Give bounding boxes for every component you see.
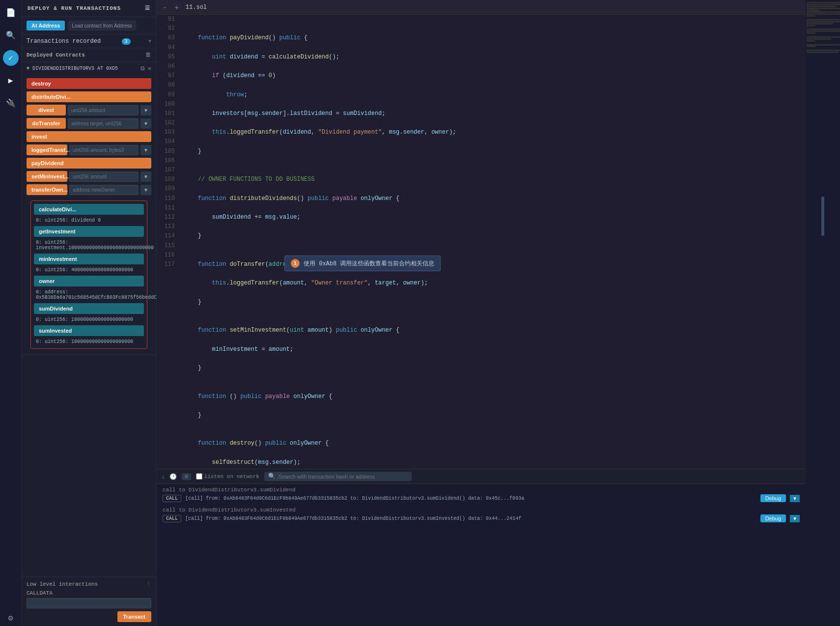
deploy-header: DEPLOY & RUN TRANSACTIONS ☰ — [22, 0, 156, 17]
mininvestment-button[interactable]: minInvestment — [34, 254, 144, 264]
line-numbers: 91929394 95969798 99100101102 1031041051… — [157, 15, 179, 469]
minimap-area: ████████████████████████████████████████… — [806, 0, 840, 626]
terminal-info-1: call to DividendDistributorv3.sumDividen… — [163, 487, 800, 493]
settings-icon-btn[interactable]: ⚙ — [3, 610, 19, 626]
contract-name-row: ▼ DIVIDENDDISTRIBUTORV3 AT 0XD5 ⧉ ✕ — [22, 62, 156, 75]
paydividend-button[interactable]: payDividend — [27, 158, 151, 169]
terminal-call-row-1: CALL [call] from: 0xAb8483F64d9C6d1EcF9b… — [163, 494, 800, 502]
debug-chevron-1[interactable]: ▼ — [790, 495, 800, 502]
read-section: calculateDivi... 0: uint256: dividend 0 … — [30, 200, 147, 349]
dotransfer-chevron[interactable]: ▼ — [140, 118, 151, 129]
deployed-contract-item: ▼ DIVIDENDDISTRIBUTORV3 AT 0XD5 ⧉ ✕ dest… — [22, 62, 156, 355]
transferown-chevron[interactable]: ▼ — [140, 185, 151, 195]
terminal-search-input[interactable] — [279, 474, 408, 480]
code-area: 91929394 95969798 99100101102 1031041051… — [157, 15, 806, 469]
listen-network-label[interactable]: listen on network — [196, 473, 259, 480]
destroy-button[interactable]: destroy — [27, 78, 151, 89]
transferown-row: transferOwn... ▼ — [27, 184, 151, 195]
loggedtransf-button[interactable]: loggedTransf... — [27, 144, 67, 155]
transactions-recorded-row[interactable]: Transactions recorded 3 ▼ — [22, 35, 156, 48]
setmininvest-button[interactable]: setMinInvest... — [27, 171, 67, 182]
transactions-recorded-label: Transactions recorded — [27, 38, 101, 45]
invest-button[interactable]: invest — [27, 131, 151, 142]
terminal-toolbar: ↓ 🕐 0 listen on network 🔍 — [157, 469, 806, 484]
suminvested-result: 0: uint256: 100000000000000000000 — [34, 338, 144, 345]
loggedtransf-chevron[interactable]: ▼ — [140, 145, 151, 155]
mininvestment-result: 0: uint256: 400000000000000000000 — [34, 266, 144, 274]
debug-chevron-2[interactable]: ▼ — [790, 515, 800, 522]
low-level-more[interactable]: ⋮ — [146, 581, 151, 587]
deploy-icon-btn[interactable]: ▶ — [3, 73, 19, 88]
icon-sidebar: 📄 🔍 ✓ ▶ 🔌 ⚙ — [0, 0, 22, 626]
calculatedivi-button[interactable]: calculateDivi... — [34, 204, 144, 215]
compile-icon-btn[interactable]: ✓ — [3, 50, 19, 66]
transferown-button[interactable]: transferOwn... — [27, 184, 67, 195]
dotransfer-row: doTransfer ▼ — [27, 118, 151, 129]
calculatedivi-result: 0: uint256: dividend 0 — [34, 217, 144, 224]
transact-button[interactable]: Transact — [117, 611, 151, 622]
dotransfer-input[interactable] — [68, 118, 139, 129]
contract-toggle[interactable]: ▼ — [27, 66, 29, 71]
divest-button[interactable]: divest — [27, 105, 66, 115]
terminal-area: ↓ 🕐 0 listen on network 🔍 call to Divide… — [157, 469, 806, 626]
low-level-label: Low level interactions — [27, 581, 98, 587]
terminal-search-icon: 🔍 — [268, 473, 276, 480]
sumdividend-button[interactable]: sumDividend — [34, 303, 144, 314]
tooltip-overlay: 1 使用 0xAb8 调用这些函数查看当前合约相关信息 — [284, 256, 441, 271]
terminal-entry-1: call to DividendDistributorv3.sumDividen… — [163, 487, 800, 502]
debug-button-2[interactable]: Debug — [760, 514, 786, 522]
distributedivi-button[interactable]: distributeDivi... — [27, 91, 151, 102]
terminal-down-icon[interactable]: ↓ — [162, 473, 165, 480]
deploy-header-icon: ☰ — [145, 5, 150, 11]
contract-close-icon[interactable]: ✕ — [148, 65, 151, 72]
dotransfer-button[interactable]: doTransfer — [27, 118, 66, 129]
load-contract-button[interactable]: Load contract from Address — [68, 21, 136, 30]
owner-button[interactable]: owner — [34, 276, 144, 286]
file-tab[interactable]: 11.sol — [186, 4, 207, 11]
zoom-in-button[interactable]: + — [173, 2, 181, 12]
low-level-header: Low level interactions ⋮ — [27, 581, 151, 587]
editor-top-bar: - + 11.sol — [157, 0, 806, 15]
plugin-icon-btn[interactable]: 🔌 — [3, 95, 19, 111]
minimap: ████████████████████████████████████████… — [806, 0, 840, 197]
scroll-thumb[interactable] — [821, 197, 824, 236]
sumdividend-result: 0: uint256: 100000000000000000000 — [34, 316, 144, 323]
code-content: function payDividend() public { uint div… — [179, 15, 806, 469]
transactions-count-badge: 3 — [122, 38, 131, 45]
transferown-input[interactable] — [69, 185, 139, 195]
owner-result: 0: address: 0x5B38Da6a701c568545dCfcB03F… — [34, 288, 144, 301]
call-text-2: [call] from: 0xAb8483F64d9C6d1EcF9b849Ae… — [185, 516, 756, 521]
deployed-contracts-delete-icon[interactable]: 🗑 — [145, 51, 151, 58]
debug-button-1[interactable]: Debug — [760, 494, 786, 502]
contract-copy-icon[interactable]: ⧉ — [140, 65, 145, 72]
contract-buttons: destroy distributeDivi... divest ▼ doTra… — [22, 75, 156, 355]
deploy-header-title: DEPLOY & RUN TRANSACTIONS — [28, 5, 121, 11]
file-icon-btn[interactable]: 📄 — [3, 5, 19, 21]
deploy-panel: DEPLOY & RUN TRANSACTIONS ☰ At Address L… — [22, 0, 157, 626]
calldata-input[interactable] — [27, 598, 151, 608]
call-text-1: [call] from: 0xAb8483F64d9C6d1EcF9b849Ae… — [185, 496, 756, 501]
search-icon-btn[interactable]: 🔍 — [3, 28, 19, 43]
getinvestment-button[interactable]: getInvestment — [34, 226, 144, 237]
calldata-label: CALLDATA — [27, 590, 151, 596]
tooltip-text: 使用 0xAb8 调用这些函数查看当前合约相关信息 — [304, 259, 434, 268]
transaction-count-badge: 0 — [182, 473, 191, 480]
loggedtransf-input[interactable] — [69, 145, 139, 155]
editor-area: - + 11.sol 91929394 95969798 99100101102… — [157, 0, 840, 626]
divest-input[interactable] — [68, 105, 139, 115]
terminal-search-bar: 🔍 — [264, 472, 412, 481]
listen-network-checkbox[interactable] — [196, 473, 202, 480]
divest-chevron[interactable]: ▼ — [140, 105, 151, 115]
transactions-chevron: ▼ — [148, 39, 151, 44]
deployed-contracts-header: Deployed Contracts 🗑 — [22, 48, 156, 62]
contract-name: DIVIDENDDISTRIBUTORV3 AT 0XD5 — [32, 66, 138, 71]
deployed-contracts-label: Deployed Contracts — [27, 52, 85, 58]
at-address-button[interactable]: At Address — [27, 21, 65, 30]
suminvested-button[interactable]: sumInvested — [34, 325, 144, 336]
setmininvest-chevron[interactable]: ▼ — [140, 171, 151, 182]
call-badge-1: CALL — [163, 495, 181, 502]
terminal-clock-icon[interactable]: 🕐 — [169, 473, 177, 480]
zoom-out-button[interactable]: - — [162, 2, 168, 12]
getinvestment-result: 0: uint256: investment.10000000000000000… — [34, 239, 144, 252]
setmininvest-input[interactable] — [69, 171, 139, 182]
